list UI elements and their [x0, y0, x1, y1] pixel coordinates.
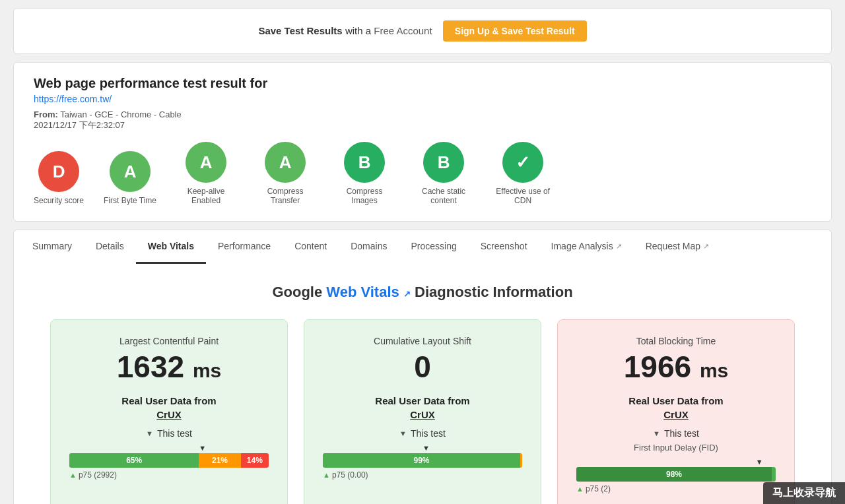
score-label-cache-static: Cache static content — [414, 187, 473, 205]
bar-container-cls: ▼99%▲p75 (0.00) — [323, 444, 522, 480]
triangle-down-icon: ▼ — [653, 429, 660, 437]
first-input-label-tbt: First Input Delay (FID) — [576, 443, 776, 453]
score-label-compress-images: Compress Images — [335, 187, 394, 205]
bar-container-lcp: ▼65%21%14%▲p75 (2992) — [69, 444, 269, 480]
bar-seg-lcp: 21% — [199, 453, 240, 468]
score-item-cache-static: BCache static content — [414, 142, 473, 205]
score-label-first-byte: First Byte Time — [104, 196, 156, 205]
page-title: Web page performance test result for — [34, 76, 811, 91]
bar-seg-lcp: 14% — [241, 453, 269, 468]
tab-label-domains: Domains — [351, 241, 387, 251]
tab-summary[interactable]: Summary — [20, 230, 84, 264]
p75-label-cls: ▲p75 (0.00) — [323, 470, 522, 480]
tab-label-content: Content — [294, 241, 327, 251]
p75-label-lcp: ▲p75 (2992) — [69, 470, 269, 480]
external-tab-icon: ↗ — [616, 242, 622, 251]
from-info: From: Taiwan - GCE - Chrome - Cable 2021… — [34, 110, 811, 131]
this-test-label-tbt: This test — [664, 428, 699, 439]
p75-triangle-tbt: ▲ — [576, 485, 584, 493]
score-item-keep-alive: AKeep-alive Enabled — [176, 142, 236, 205]
vitals-grid: Largest Contentful Paint1632 msReal User… — [34, 319, 811, 504]
bar-container-tbt: ▼98%▲p75 (2) — [576, 458, 776, 493]
p75-triangle-cls: ▲ — [323, 471, 330, 479]
vital-title-cls: Cumulative Layout Shift — [323, 336, 522, 346]
tab-label-processing: Processing — [411, 241, 456, 251]
real-user-label-cls: Real User Data from — [323, 395, 522, 406]
triangle-down-icon: ▼ — [146, 429, 153, 437]
tab-label-screenshot: Screenshot — [481, 241, 527, 251]
bar-seg-lcp: 65% — [69, 453, 199, 468]
banner-text-prefix: Save Test Results — [258, 25, 342, 36]
score-circle-compress-transfer: A — [265, 142, 306, 183]
crux-label-lcp: CrUX — [69, 409, 269, 420]
bar-seg-tbt — [772, 467, 776, 482]
watermark: 马上收录导航 — [763, 482, 845, 504]
vital-value-lcp: 1632 ms — [69, 352, 269, 382]
test-marker-cls: ▼ — [422, 444, 430, 452]
banner-text-free: Free Account — [374, 25, 432, 36]
tabs-bar: SummaryDetailsWeb VitalsPerformanceConte… — [13, 230, 832, 264]
bar-row-lcp: 65%21%14% — [69, 453, 269, 468]
test-date: 2021/12/17 下午2:32:07 — [34, 120, 125, 130]
score-item-first-byte: AFirst Byte Time — [104, 151, 156, 205]
external-tab-icon: ↗ — [703, 242, 709, 251]
tab-label-details: Details — [96, 241, 124, 251]
page-url-link[interactable]: https://free.com.tw/ — [34, 94, 112, 104]
tab-label-summary: Summary — [32, 241, 72, 251]
vital-card-tbt: Total Blocking Time1966 msReal User Data… — [557, 319, 795, 504]
vital-value-tbt: 1966 ms — [576, 352, 776, 382]
score-label-security: Security score — [34, 196, 84, 205]
score-label-keep-alive: Keep-alive Enabled — [176, 187, 236, 205]
tab-request-map[interactable]: Request Map↗ — [634, 230, 721, 264]
score-item-compress-transfer: ACompress Transfer — [255, 142, 315, 205]
real-user-label-tbt: Real User Data from — [576, 395, 776, 406]
bar-seg-cls — [520, 453, 522, 468]
bar-seg-tbt: 98% — [576, 467, 772, 482]
section-title-suffix: Diagnostic Information — [415, 284, 573, 300]
bar-row-cls: 99% — [323, 453, 522, 468]
test-marker-lcp: ▼ — [199, 444, 206, 452]
scores-row: DSecurity scoreAFirst Byte TimeAKeep-ali… — [34, 142, 811, 205]
score-circle-keep-alive: A — [186, 142, 226, 183]
score-circle-cdn: ✓ — [502, 142, 543, 183]
page-url-row: https://free.com.tw/ — [34, 94, 811, 104]
this-test-label-lcp: This test — [157, 428, 192, 439]
vital-title-tbt: Total Blocking Time — [576, 336, 776, 346]
vital-value-cls: 0 — [323, 352, 522, 382]
this-test-row-tbt: ▼This test — [576, 428, 776, 439]
signup-button[interactable]: Sign Up & Save Test Result — [443, 20, 587, 42]
this-test-row-lcp: ▼This test — [69, 428, 269, 439]
score-item-compress-images: BCompress Images — [335, 142, 394, 205]
from-label: From: — [34, 110, 58, 119]
vital-title-lcp: Largest Contentful Paint — [69, 336, 269, 346]
tab-details[interactable]: Details — [84, 230, 136, 264]
content-area: Google Web Vitals ↗ Diagnostic Informati… — [13, 264, 832, 504]
test-marker-tbt: ▼ — [756, 458, 763, 466]
main-card: Web page performance test result for htt… — [13, 62, 832, 222]
tab-content[interactable]: Content — [283, 230, 339, 264]
score-circle-security: D — [38, 151, 79, 192]
banner-text-middle: with a — [345, 25, 371, 36]
web-vitals-link[interactable]: Web Vitals ↗ — [326, 284, 415, 300]
score-label-compress-transfer: Compress Transfer — [255, 187, 315, 205]
tab-performance[interactable]: Performance — [206, 230, 283, 264]
p75-label-tbt: ▲p75 (2) — [576, 484, 776, 493]
tab-label-performance: Performance — [218, 241, 271, 251]
tab-web-vitals[interactable]: Web Vitals — [136, 230, 206, 264]
tab-label-web-vitals: Web Vitals — [148, 241, 194, 251]
this-test-row-cls: ▼This test — [323, 428, 522, 439]
this-test-label-cls: This test — [411, 428, 446, 439]
tab-image-analysis[interactable]: Image Analysis↗ — [539, 230, 634, 264]
triangle-down-icon: ▼ — [399, 429, 407, 437]
score-circle-compress-images: B — [344, 142, 385, 183]
score-label-cdn: Effective use of CDN — [493, 187, 553, 205]
tab-domains[interactable]: Domains — [339, 230, 399, 264]
save-results-banner: Save Test Results with a Free Account Si… — [13, 8, 832, 54]
score-item-security: DSecurity score — [34, 151, 84, 205]
section-title: Google Web Vitals ↗ Diagnostic Informati… — [34, 284, 811, 301]
tab-screenshot[interactable]: Screenshot — [469, 230, 539, 264]
crux-label-cls: CrUX — [323, 409, 522, 420]
tab-processing[interactable]: Processing — [399, 230, 468, 264]
crux-label-tbt: CrUX — [576, 409, 776, 420]
score-circle-first-byte: A — [110, 151, 151, 192]
